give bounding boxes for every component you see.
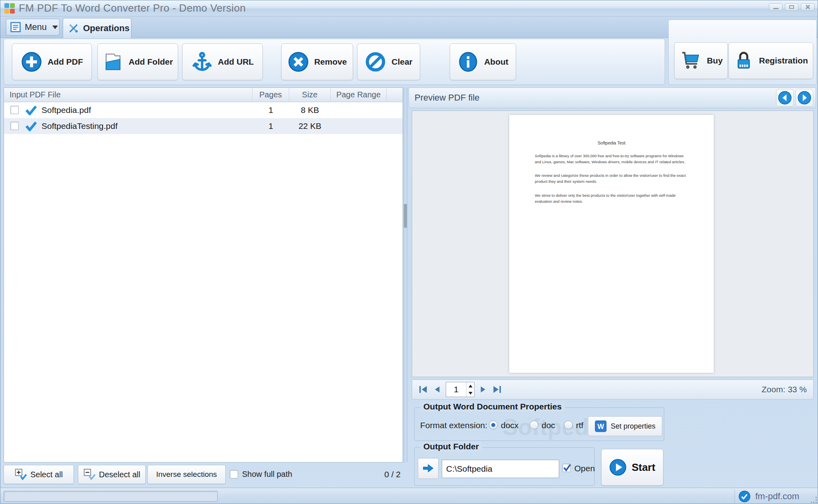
open-checkbox[interactable] — [562, 464, 571, 472]
document-paragraph: Softpedia is a library of over 300,000 f… — [535, 153, 687, 165]
document-paragraph: We strive to deliver only the best produ… — [535, 193, 687, 204]
list-header: Input PDF File Pages Size Page Range — [4, 88, 403, 102]
clear-button[interactable]: Clear — [357, 43, 420, 80]
registration-label: Registration — [759, 56, 808, 65]
radio-doc[interactable] — [530, 421, 538, 429]
buy-label: Buy — [707, 56, 723, 65]
preview-area: Softpedia Test Softpedia is a library of… — [412, 111, 814, 377]
row-checkbox[interactable] — [10, 122, 19, 130]
last-page-button[interactable] — [492, 385, 502, 393]
show-full-path-label: Show full path — [242, 470, 292, 479]
output-folder-group: Output Folder Open — [414, 447, 595, 486]
open-label: Open — [574, 464, 595, 473]
clear-label: Clear — [391, 57, 413, 67]
file-pages: 1 — [252, 105, 289, 115]
minimize-button[interactable] — [769, 3, 782, 11]
show-full-path-checkbox[interactable] — [230, 470, 238, 478]
statusbar-separator — [735, 490, 735, 503]
site-check-icon — [739, 490, 750, 502]
spin-down-button[interactable] — [467, 389, 474, 397]
add-pdf-button[interactable]: Add PDF — [12, 43, 92, 80]
plus-circle-icon — [21, 51, 42, 73]
radio-doc-label: doc — [542, 421, 555, 430]
previous-page-button[interactable] — [433, 385, 441, 393]
next-page-button[interactable] — [479, 385, 487, 393]
info-circle-icon — [457, 51, 479, 73]
output-folder-legend: Output Folder — [420, 442, 482, 451]
deselect-all-button[interactable]: Deselect all — [78, 465, 146, 484]
chevron-down-icon — [52, 26, 58, 29]
splitter-grip-icon — [404, 204, 407, 228]
document-title: Softpedia Test — [509, 140, 714, 145]
operations-label: Operations — [83, 23, 129, 34]
table-row[interactable]: Softpedia.pdf 1 8 KB — [4, 102, 403, 118]
page-number-spinner[interactable]: 1 — [446, 382, 475, 397]
status-bar: fm-pdf.com — [0, 488, 818, 504]
page-number-value: 1 — [446, 382, 466, 397]
next-file-button[interactable] — [796, 89, 813, 107]
preview-header: Preview PDF file — [409, 87, 816, 108]
registration-button[interactable]: Registration — [729, 42, 813, 79]
arrow-right-circle-icon — [797, 91, 812, 105]
close-icon — [805, 4, 810, 10]
radio-docx-label: docx — [501, 421, 518, 430]
previous-file-button[interactable] — [776, 89, 794, 107]
buy-button[interactable]: Buy — [674, 42, 728, 79]
check-mark-icon — [25, 105, 38, 115]
radio-rtf[interactable] — [564, 421, 573, 429]
select-all-button[interactable]: Select all — [4, 465, 74, 484]
radio-docx[interactable] — [489, 421, 498, 429]
column-page-range[interactable]: Page Range — [331, 88, 387, 102]
show-full-path-control: Show full path — [230, 470, 292, 479]
preview-nav-bar: 1 Zoom: 33 % — [412, 379, 814, 399]
go-to-folder-button[interactable] — [418, 458, 439, 479]
spin-up-button[interactable] — [467, 382, 474, 389]
check-mark-icon — [25, 121, 38, 131]
set-properties-button[interactable]: W Set properties — [588, 416, 662, 436]
add-url-label: Add URL — [218, 57, 254, 67]
first-page-button[interactable] — [419, 385, 428, 393]
add-folder-button[interactable]: Add Folder — [97, 43, 178, 80]
file-pages: 1 — [252, 121, 289, 131]
select-all-icon — [15, 468, 27, 480]
menu-label: Menu — [25, 22, 47, 32]
resize-grip[interactable] — [810, 496, 817, 503]
menu-button[interactable]: Menu — [6, 19, 60, 36]
maximize-button[interactable] — [785, 3, 798, 11]
column-pages[interactable]: Pages — [252, 88, 289, 102]
close-button[interactable] — [801, 3, 814, 11]
column-input-pdf-file[interactable]: Input PDF File — [4, 88, 252, 102]
main-toolbar: Add PDF Add Folder Add URL Remove Clear … — [4, 39, 665, 85]
output-properties-legend: Output Word Document Properties — [420, 402, 565, 411]
document-paragraph: We review and categorize these products … — [535, 173, 687, 184]
preview-title: Preview PDF file — [415, 93, 480, 103]
website-link[interactable]: fm-pdf.com — [755, 491, 799, 502]
column-extra — [387, 88, 403, 102]
inverse-selections-label: Inverse selections — [156, 470, 217, 479]
column-size[interactable]: Size — [289, 88, 331, 102]
file-name: Softpedia.pdf — [42, 105, 91, 115]
lock-icon — [734, 51, 754, 71]
set-properties-label: Set properties — [611, 422, 655, 431]
remove-button[interactable]: Remove — [281, 43, 353, 80]
x-circle-icon — [288, 51, 309, 73]
add-url-button[interactable]: Add URL — [182, 43, 263, 80]
format-extension-label: Format extension: — [420, 421, 487, 430]
table-row[interactable]: SoftpediaTesting.pdf 1 22 KB — [4, 118, 403, 134]
row-checkbox[interactable] — [10, 106, 19, 114]
list-footer: Select all Deselect all Inverse selectio… — [4, 465, 403, 484]
panel-splitter[interactable] — [403, 87, 408, 462]
zoom-level: Zoom: 33 % — [762, 385, 807, 394]
about-button[interactable]: About — [450, 43, 516, 80]
remove-label: Remove — [314, 57, 347, 67]
output-path-input[interactable] — [442, 464, 558, 474]
tab-operations[interactable]: Operations — [63, 18, 131, 38]
cart-icon — [679, 49, 702, 72]
menu-icon — [10, 22, 21, 32]
inverse-selections-button[interactable]: Inverse selections — [147, 465, 226, 484]
about-label: About — [484, 57, 508, 67]
file-size: 8 KB — [289, 105, 331, 115]
add-pdf-label: Add PDF — [48, 57, 83, 67]
app-window: FM PDF To Word Converter Pro - Demo Vers… — [0, 0, 818, 504]
start-button[interactable]: Start — [601, 449, 663, 486]
